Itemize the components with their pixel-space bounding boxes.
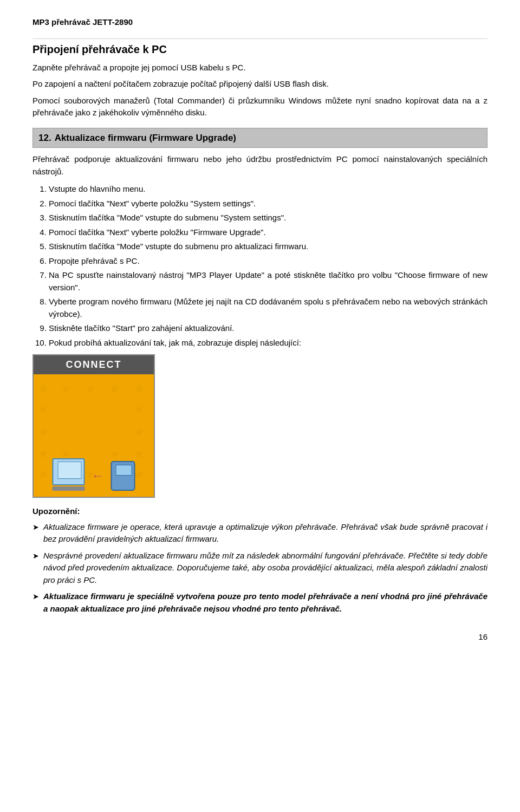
step-2: Pomocí tlačítka "Next" vyberte položku "… [49,198,487,210]
pc-screen [58,462,82,479]
star-6: ★ [38,400,49,418]
warning-item-2: ➤ Nesprávné provedení aktualizace firmwa… [32,550,487,587]
star-1: ★ [38,380,49,398]
warning-item-3: ➤ Aktualizace firmwaru je speciálně vytv… [32,590,487,615]
chapter12-header: 12. Aktualizace firmwaru (Firmware Upgra… [32,128,487,148]
chapter-title: Aktualizace firmwaru (Firmware Upgrade) [55,131,236,145]
pc-illustration [53,458,85,491]
bullet-arrow-1: ➤ [32,522,39,533]
connection-arrow-icon: ← [92,466,105,485]
star-8: ★ [38,423,49,441]
chapter-description: Přehrávač podporuje aktualizování firmwa… [32,153,487,178]
step-8: Vyberte program nového firmwaru (Můžete … [49,296,487,320]
step-3: Stisknutím tlačítka "Mode" vstupte do su… [49,212,487,224]
page-header: MP3 přehrávač JETT-2890 [32,16,487,29]
warnings-section: Upozornění: ➤ Aktualizace firmware je op… [32,505,487,615]
warning-text-3: Aktualizace firmwaru je speciálně vytvoř… [43,590,487,615]
warning-text-1: Aktualizace firmware je operace, která u… [43,521,487,545]
bullet-arrow-2: ➤ [32,550,39,562]
star-5: ★ [134,380,145,398]
star-9: ★ [134,423,145,441]
star-14: ★ [38,465,49,483]
step-4: Pomocí tlačítka "Next" vyberte položku "… [49,226,487,239]
paragraph-usb: Zapněte přehrávač a propojte jej pomocí … [32,62,487,74]
star-10: ★ [38,445,49,463]
warning-text-2: Nesprávné provedení aktualizace firmwaru… [43,550,487,587]
step-6: Propojte přehrávač s PC. [49,255,487,268]
paragraph-flash: Po zapojení a načtení počítačem zobrazuj… [32,78,487,90]
header-separator [32,38,487,39]
pc-base [53,486,85,491]
bullet-arrow-3: ➤ [32,591,39,602]
warnings-title: Upozornění: [32,505,487,518]
connect-illustration: ← [53,458,135,491]
connect-stars-area: ★ ★ ★ ★ ★ ★ ★ ★ ★ ★ ★ ★ ★ ★ ★ ★ ★ ★ ← [34,374,154,496]
document-title: MP3 přehrávač JETT-2890 [32,17,133,27]
pc-monitor [53,458,85,485]
chapter-number: 12. [38,131,51,145]
mp3-player-illustration [111,461,135,491]
step-7: Na PC spusťte nainstalovaný nástroj "MP3… [49,269,487,294]
star-18: ★ [134,465,145,483]
step-10: Pokud probíhá aktualizování tak, jak má,… [49,337,487,349]
connect-display-image: CONNECT ★ ★ ★ ★ ★ ★ ★ ★ ★ ★ ★ ★ ★ ★ ★ ★ … [32,354,155,498]
star-7: ★ [134,400,145,418]
star-13: ★ [134,445,145,463]
step-5: Stisknutím tlačítka "Mode" vstupte do su… [49,241,487,253]
star-4: ★ [109,380,120,398]
section-connection-title: Připojení přehrávače k PC [32,41,487,57]
step-9: Stiskněte tlačítko "Start" pro zahájení … [49,322,487,335]
mp3-player-screen [116,465,132,476]
connect-label: CONNECT [34,355,154,374]
warning-item-1: ➤ Aktualizace firmware je operace, která… [32,521,487,545]
paragraph-copy: Pomocí souborových manažerů (Total Comma… [32,95,487,119]
star-3: ★ [85,380,96,398]
star-2: ★ [61,380,72,398]
page-number: 16 [32,631,487,644]
steps-list: Vstupte do hlavního menu. Pomocí tlačítk… [49,183,487,349]
step-1: Vstupte do hlavního menu. [49,183,487,196]
